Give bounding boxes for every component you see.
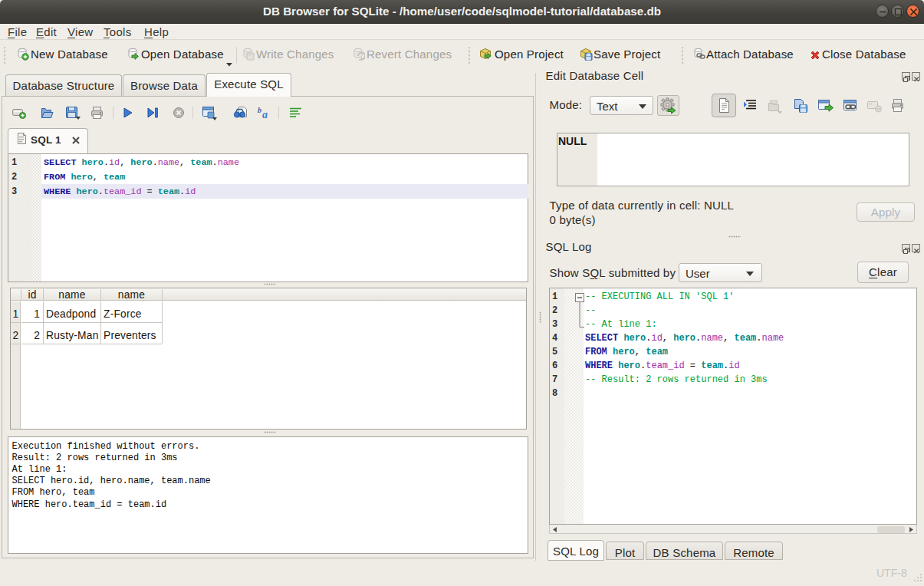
svg-text:b: b	[258, 106, 261, 114]
svg-text:a: a	[262, 109, 268, 120]
